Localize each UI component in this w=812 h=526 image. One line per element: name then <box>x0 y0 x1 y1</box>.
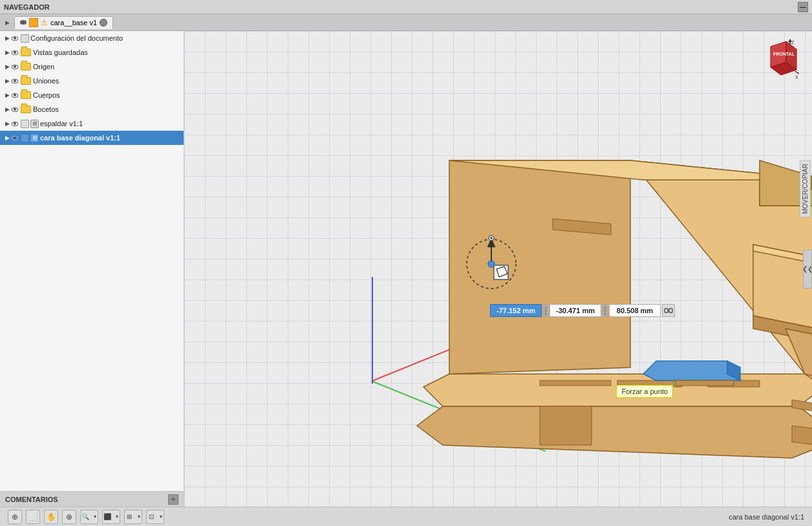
eye-icon <box>12 93 18 98</box>
main-area: ▶ Configuración del documento ▶ Vistas g… <box>0 31 812 507</box>
tree-label-origen: Origen <box>33 63 54 71</box>
tree-item-bocetos[interactable]: ▶ Bocetos <box>0 102 184 116</box>
svg-line-40 <box>795 71 799 74</box>
svg-marker-2 <box>540 406 592 445</box>
eye-icon <box>12 36 18 41</box>
arrow-icon[interactable]: ▶ <box>3 133 12 142</box>
bottom-toolbar: ⊕ ⬜ ✋ ⊕ 🔍 ⬛ ⊞ ⊡ <box>8 510 164 524</box>
tree-label-uniones: Uniones <box>33 77 59 85</box>
tree-label-espaldar: espaldar v1:1 <box>40 120 83 127</box>
tool-btn-orbit[interactable]: ⊕ <box>62 510 76 524</box>
svg-text:FRONTAL: FRONTAL <box>773 52 795 56</box>
svg-marker-21 <box>540 380 611 386</box>
svg-marker-17 <box>792 426 812 445</box>
svg-marker-0 <box>417 406 812 458</box>
comment-add-button[interactable]: + <box>168 494 178 505</box>
move-tool-svg <box>459 232 524 316</box>
eye-icon <box>12 50 18 55</box>
eye-icon <box>12 79 18 83</box>
navigator-title: NAVEGADOR <box>4 3 798 11</box>
comment-bar: COMENTARIOS + <box>0 491 184 507</box>
folder-icon <box>21 105 31 113</box>
arrow-icon[interactable]: ▶ <box>3 105 12 114</box>
eye-icon <box>12 136 18 140</box>
arrow-icon[interactable]: ▶ <box>3 62 12 71</box>
tool-btn-move[interactable]: ⊕ <box>8 510 22 524</box>
coord-x-input[interactable]: -77.152 mm <box>490 304 542 317</box>
eye-icon <box>12 122 18 126</box>
eye-icon <box>20 20 27 25</box>
tree-item-cuerpos[interactable]: ▶ Cuerpos <box>0 88 184 102</box>
tool-btn-view[interactable]: ⊡ <box>146 510 164 524</box>
tree-label-bocetos: Bocetos <box>33 105 59 113</box>
link-icon: ⛓ <box>30 134 39 142</box>
doc-icon <box>21 34 29 43</box>
nav-tree: ▶ Configuración del documento ▶ Vistas g… <box>0 31 184 491</box>
tree-item-uniones[interactable]: ▶ Uniones <box>0 74 184 88</box>
viewport[interactable]: -77.152 mm ⋮ -30.471 mm ⋮ 80.508 mm Forz… <box>184 31 812 507</box>
coord-y-separator[interactable]: ⋮ <box>603 304 608 317</box>
tree-item-espaldar[interactable]: ▶ ⛓ espaldar v1:1 <box>0 116 184 131</box>
orientation-cube[interactable]: Z X FRONTAL <box>758 39 799 80</box>
record-icon <box>100 19 107 27</box>
component-icon <box>21 134 29 142</box>
arrow-icon[interactable]: ▶ <box>3 119 12 128</box>
svg-text:Z: Z <box>791 40 795 45</box>
doc-tab-label: cara__base v1 <box>50 19 97 27</box>
eye-icon <box>12 107 18 112</box>
folder-icon <box>21 91 31 99</box>
bottom-bar: ⊕ ⬜ ✋ ⊕ 🔍 ⬛ ⊞ ⊡ cara base diagonal v1:1 <box>0 507 812 526</box>
eye-icon <box>12 65 18 69</box>
doc-file-icon <box>29 18 38 27</box>
collapse-handle[interactable]: ❮❮ <box>803 250 812 289</box>
forzar-label: Forzar a punto <box>621 388 668 395</box>
coord-z-input[interactable]: 80.508 mm <box>609 304 661 317</box>
toggle-icon[interactable]: ▶ <box>3 18 12 27</box>
status-text: cara base diagonal v1:1 <box>729 513 804 521</box>
tool-btn-select[interactable]: ⬜ <box>26 510 40 524</box>
arrow-icon[interactable]: ▶ <box>3 76 12 85</box>
folder-icon <box>21 63 31 71</box>
folder-icon <box>21 77 31 85</box>
tool-btn-display[interactable]: ⬛ <box>102 510 120 524</box>
coord-inputs: -77.152 mm ⋮ -30.471 mm ⋮ 80.508 mm <box>490 304 675 317</box>
coord-y-input[interactable]: -30.471 mm <box>550 304 601 317</box>
coord-link-button[interactable] <box>662 304 675 317</box>
tree-item-origen[interactable]: ▶ Origen <box>0 60 184 74</box>
arrow-icon[interactable]: ▶ <box>3 48 12 57</box>
tree-item-cara-base-diagonal[interactable]: ▶ ⛓ cara base diagonal v1:1 <box>0 131 184 145</box>
orientation-cube-svg: Z X FRONTAL <box>758 39 799 80</box>
svg-point-30 <box>490 237 493 239</box>
tree-label-vistas: Vistas guardadas <box>33 49 88 56</box>
move-tool[interactable] <box>459 232 524 316</box>
folder-icon <box>21 49 31 56</box>
coord-x-separator[interactable]: ⋮ <box>543 304 548 317</box>
comment-label: COMENTARIOS <box>5 496 58 503</box>
tree-label-cara-base-diagonal: cara base diagonal v1:1 <box>40 134 120 142</box>
axis-z-line <box>372 277 373 384</box>
doc-tab-cara-base[interactable]: ⚠ cara__base v1 <box>14 16 113 29</box>
warning-icon: ⚠ <box>41 18 48 27</box>
tool-btn-grid[interactable]: ⊞ <box>124 510 142 524</box>
link-icon: ⛓ <box>30 120 39 128</box>
mover-copiar-label: MOVER/COPIAR <box>800 160 811 217</box>
tree-item-config[interactable]: ▶ Configuración del documento <box>0 31 184 45</box>
arrow-icon[interactable]: ▶ <box>3 34 12 43</box>
tree-item-vistas[interactable]: ▶ Vistas guardadas <box>0 45 184 60</box>
svg-rect-32 <box>669 309 672 312</box>
doc-tab-bar: ▶ ⚠ cara__base v1 <box>0 14 812 31</box>
tree-label-cuerpos: Cuerpos <box>33 91 60 99</box>
svg-text:X: X <box>795 75 798 80</box>
navigator-close-button[interactable]: — <box>798 2 808 12</box>
navigator-header: NAVEGADOR — <box>0 0 812 14</box>
left-panel: ▶ Configuración del documento ▶ Vistas g… <box>0 31 184 507</box>
svg-marker-22 <box>676 380 734 386</box>
doc-icon <box>21 120 29 128</box>
svg-marker-19 <box>643 361 740 380</box>
tree-label-config: Configuración del documento <box>30 34 123 42</box>
arrow-icon[interactable]: ▶ <box>3 91 12 100</box>
tool-btn-zoom[interactable]: 🔍 <box>80 510 98 524</box>
svg-rect-31 <box>665 309 668 312</box>
forzar-tooltip: Forzar a punto <box>616 385 673 398</box>
tool-btn-pan[interactable]: ✋ <box>44 510 58 524</box>
